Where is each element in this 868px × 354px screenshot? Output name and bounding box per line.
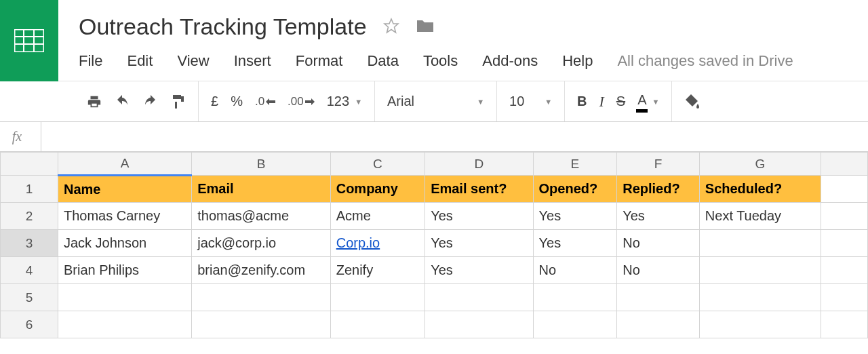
col-header-G[interactable]: G [699, 153, 821, 176]
toolbar-group-fontsize[interactable]: 10 ▼ [497, 81, 565, 121]
print-icon[interactable] [87, 94, 102, 109]
cell-C5[interactable] [330, 284, 425, 311]
font-size-label: 10 [509, 94, 524, 109]
menu-help[interactable]: Help [562, 52, 593, 70]
cell-E2[interactable]: Yes [533, 203, 617, 230]
cell-B3[interactable]: jack@corp.io [192, 230, 330, 257]
row-header-5[interactable]: 5 [1, 284, 58, 311]
cell-H6[interactable] [821, 311, 867, 338]
cell-F6[interactable] [617, 311, 700, 338]
cell-H2[interactable] [821, 203, 867, 230]
menu-data[interactable]: Data [367, 52, 398, 70]
cell-B1[interactable]: Email [192, 176, 330, 203]
increase-decimal-button[interactable]: .00 [288, 95, 315, 109]
cell-B6[interactable] [192, 311, 330, 338]
cell-D3[interactable]: Yes [425, 230, 533, 257]
currency-button[interactable]: £ [211, 94, 218, 109]
number-format-dropdown[interactable]: 123 ▼ [327, 94, 362, 109]
cell-F2[interactable]: Yes [617, 203, 700, 230]
cell-D5[interactable] [425, 284, 533, 311]
cell-F5[interactable] [617, 284, 700, 311]
fill-color-icon[interactable] [684, 94, 701, 109]
cell-E1[interactable]: Opened? [533, 176, 617, 203]
cell-A5[interactable] [58, 284, 191, 311]
cell-A4[interactable]: Brian Philips [58, 257, 191, 284]
undo-icon[interactable] [114, 95, 130, 109]
formula-input[interactable] [41, 122, 868, 151]
cell-A6[interactable] [58, 311, 191, 338]
cell-B2[interactable]: thomas@acme [192, 203, 330, 230]
cell-H4[interactable] [821, 257, 867, 284]
cell-G3[interactable] [699, 230, 821, 257]
app-logo[interactable] [0, 0, 58, 81]
row-header-3[interactable]: 3 [1, 230, 58, 257]
cell-D2[interactable]: Yes [425, 203, 533, 230]
cell-F4[interactable]: No [617, 257, 700, 284]
menu-insert[interactable]: Insert [234, 52, 271, 70]
strikethrough-button[interactable]: S [616, 94, 625, 109]
header-main: Outreach Tracking Template File Edit Vie… [58, 0, 868, 70]
cell-C3[interactable]: Corp.io [330, 230, 425, 257]
cell-E3[interactable]: Yes [533, 230, 617, 257]
cell-C6[interactable] [330, 311, 425, 338]
col-header-E[interactable]: E [533, 153, 617, 176]
cell-B5[interactable] [192, 284, 330, 311]
title-row: Outreach Tracking Template [79, 14, 868, 40]
toolbar: £ % .0 .00 123 ▼ Arial ▼ 10 ▼ B I S A [0, 81, 868, 122]
cell-A3[interactable]: Jack Johnson [58, 230, 191, 257]
cell-H3[interactable] [821, 230, 867, 257]
cell-B4[interactable]: brian@zenify.com [192, 257, 330, 284]
cell-D1[interactable]: Email sent? [425, 176, 533, 203]
cell-C2[interactable]: Acme [330, 203, 425, 230]
col-header-D[interactable]: D [425, 153, 533, 176]
cell-G5[interactable] [699, 284, 821, 311]
menu-addons[interactable]: Add-ons [482, 52, 538, 70]
menu-format[interactable]: Format [296, 52, 343, 70]
document-title[interactable]: Outreach Tracking Template [79, 14, 367, 40]
select-all-corner[interactable] [1, 153, 58, 176]
fx-label: fx [0, 129, 34, 144]
col-header-C[interactable]: C [330, 153, 425, 176]
menu-edit[interactable]: Edit [127, 52, 153, 70]
menu-file[interactable]: File [79, 52, 102, 70]
text-color-button[interactable]: A ▼ [637, 92, 659, 111]
spreadsheet-grid: A B C D E F G 1 Name Email Company Email… [0, 152, 868, 338]
bold-button[interactable]: B [577, 94, 587, 109]
redo-icon[interactable] [142, 95, 159, 109]
cell-C4[interactable]: Zenify [330, 257, 425, 284]
toolbar-group-font[interactable]: Arial ▼ [375, 81, 497, 121]
cell-H5[interactable] [821, 284, 867, 311]
cell-E6[interactable] [533, 311, 617, 338]
cell-H1[interactable] [821, 176, 867, 203]
cell-G1[interactable]: Scheduled? [699, 176, 821, 203]
menu-view[interactable]: View [177, 52, 209, 70]
col-header-B[interactable]: B [192, 153, 330, 176]
folder-icon[interactable] [416, 18, 435, 37]
cell-G4[interactable] [699, 257, 821, 284]
cell-A1[interactable]: Name [58, 176, 191, 203]
decrease-decimal-button[interactable]: .0 [255, 95, 275, 109]
cell-G2[interactable]: Next Tueday [699, 203, 821, 230]
col-header-A[interactable]: A [58, 153, 191, 176]
row-header-4[interactable]: 4 [1, 257, 58, 284]
cell-C1[interactable]: Company [330, 176, 425, 203]
col-header-F[interactable]: F [617, 153, 700, 176]
col-header-blank[interactable] [821, 153, 867, 176]
italic-button[interactable]: I [599, 93, 604, 111]
star-icon[interactable] [383, 18, 399, 37]
percent-button[interactable]: % [231, 94, 243, 109]
paint-format-icon[interactable] [171, 94, 186, 110]
cell-F1[interactable]: Replied? [617, 176, 700, 203]
row-header-2[interactable]: 2 [1, 203, 58, 230]
cell-F3[interactable]: No [617, 230, 700, 257]
caret-down-icon: ▼ [355, 98, 362, 106]
cell-A2[interactable]: Thomas Carney [58, 203, 191, 230]
cell-E5[interactable] [533, 284, 617, 311]
row-header-1[interactable]: 1 [1, 176, 58, 203]
cell-G6[interactable] [699, 311, 821, 338]
cell-E4[interactable]: No [533, 257, 617, 284]
row-header-6[interactable]: 6 [1, 311, 58, 338]
menu-tools[interactable]: Tools [423, 52, 458, 70]
cell-D6[interactable] [425, 311, 533, 338]
cell-D4[interactable]: Yes [425, 257, 533, 284]
